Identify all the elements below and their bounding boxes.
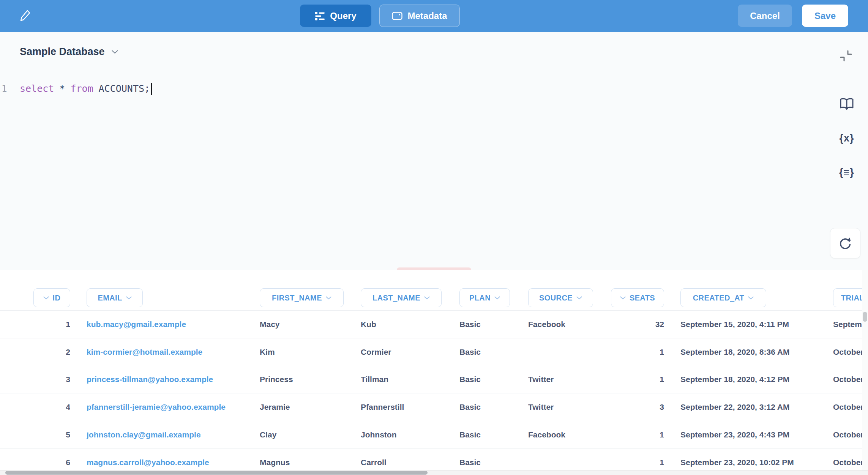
table-cell-first_name: Macy (260, 311, 355, 338)
table-cell-email[interactable]: magnus.carroll@yahoo.example (87, 449, 257, 470)
variable-icon: {x} (839, 132, 854, 144)
table-cell-seats: 1 (592, 449, 664, 470)
table-cell-plan: Basic (459, 338, 522, 366)
editor-divider (0, 78, 868, 78)
table-cell-id: 1 (23, 311, 70, 338)
cancel-button[interactable]: Cancel (738, 5, 792, 27)
snippet-icon: {≡} (839, 167, 854, 178)
column-header-label: LAST_NAME (372, 294, 420, 302)
table-cell-last_name: Tillman (361, 366, 456, 393)
results-table: IDEMAILFIRST_NAMELAST_NAMEPLANSOURCESEAT… (0, 270, 862, 470)
table-cell-created_at: September 22, 2020, 3:12 AM (680, 393, 811, 421)
table-cell-seats: 1 (592, 421, 664, 448)
save-label: Save (814, 11, 836, 21)
column-header-trial[interactable]: TRIAL_E (833, 288, 862, 307)
table-cell-plan: Basic (459, 393, 522, 421)
column-header-label: SEATS (630, 294, 655, 302)
column-header-plan[interactable]: PLAN (459, 288, 510, 307)
chevron-down-icon (43, 296, 49, 300)
save-button[interactable]: Save (802, 5, 848, 27)
table-row: 6magnus.carroll@yahoo.exampleMagnusCarro… (0, 449, 862, 470)
variables-button[interactable]: {x} (838, 130, 856, 146)
text-cursor (151, 83, 152, 95)
table-cell-plan: Basic (459, 366, 522, 393)
chevron-down-icon (112, 50, 118, 54)
table-cell-plan: Basic (459, 421, 522, 448)
table-row: 1kub.macy@gmail.exampleMacyKubBasicFaceb… (0, 311, 862, 338)
column-header-label: FIRST_NAME (272, 294, 322, 302)
column-header-last_name[interactable]: LAST_NAME (361, 288, 442, 307)
table-cell-first_name: Clay (260, 421, 355, 448)
column-header-label: EMAIL (98, 294, 122, 302)
chevron-down-icon (126, 296, 132, 300)
table-cell-id: 6 (23, 449, 70, 470)
table-cell-seats: 1 (592, 366, 664, 393)
line-number: 1 (2, 82, 13, 96)
table-cell-created_at: September 23, 2020, 4:43 PM (680, 421, 811, 448)
column-header-label: ID (53, 294, 61, 302)
table-cell-email[interactable]: kim-cormier@hotmail.example (87, 338, 257, 366)
table-cell-id: 3 (23, 366, 70, 393)
table-cell-first_name: Magnus (260, 449, 355, 470)
column-header-id[interactable]: ID (33, 288, 70, 307)
sql-code-line[interactable]: select * from ACCOUNTS; (20, 82, 152, 96)
chevron-down-icon (326, 296, 331, 300)
table-cell-email[interactable]: johnston.clay@gmail.example (87, 421, 257, 448)
table-cell-trial: October (833, 338, 862, 366)
horizontal-scrollbar[interactable] (5, 471, 428, 475)
table-cell-email[interactable]: pfannerstill-jeramie@yahoo.example (87, 393, 257, 421)
table-cell-created_at: September 18, 2020, 8:36 AM (680, 338, 811, 366)
table-cell-trial: October (833, 449, 862, 470)
list-icon (315, 11, 325, 21)
table-body: 1kub.macy@gmail.exampleMacyKubBasicFaceb… (0, 310, 862, 470)
table-row: 3princess-tillman@yahoo.examplePrincessT… (0, 366, 862, 394)
database-picker[interactable]: Sample Database (20, 46, 118, 58)
table-cell-seats: 3 (592, 393, 664, 421)
table-cell-id: 4 (23, 393, 70, 421)
vertical-scrollbar[interactable] (863, 312, 867, 322)
pencil-icon[interactable] (20, 8, 31, 23)
book-icon (839, 98, 854, 110)
column-header-label: PLAN (469, 294, 491, 302)
sql-star: * (59, 82, 65, 96)
column-header-created_at[interactable]: CREATED_AT (680, 288, 766, 307)
table-cell-id: 5 (23, 421, 70, 448)
table-cell-plan: Basic (459, 311, 522, 338)
vertical-scrollbar-track (862, 270, 868, 470)
chevron-down-icon (620, 296, 626, 300)
column-header-label: CREATED_AT (693, 294, 744, 302)
data-reference-button[interactable] (838, 96, 856, 112)
chevron-down-icon (494, 296, 500, 300)
table-row: 2kim-cormier@hotmail.exampleKimCormierBa… (0, 338, 862, 366)
table-cell-last_name: Pfannerstill (361, 393, 456, 421)
table-row: 5johnston.clay@gmail.exampleClayJohnston… (0, 421, 862, 449)
tab-metadata[interactable]: Metadata (379, 5, 460, 27)
top-bar: Query Metadata Cancel Save (0, 0, 868, 32)
sql-table-name: ACCOUNTS; (99, 82, 150, 96)
column-header-email[interactable]: EMAIL (87, 288, 143, 307)
run-query-button[interactable] (830, 228, 860, 258)
chevron-down-icon (748, 296, 754, 300)
column-header-first_name[interactable]: FIRST_NAME (260, 288, 344, 307)
column-header-seats[interactable]: SEATS (611, 288, 664, 307)
table-cell-trial: October (833, 393, 862, 421)
tab-query-label: Query (330, 11, 356, 21)
tab-query[interactable]: Query (300, 5, 371, 27)
collapse-editor-icon[interactable] (837, 48, 855, 65)
table-cell-email[interactable]: princess-tillman@yahoo.example (87, 366, 257, 393)
tab-metadata-label: Metadata (407, 11, 447, 21)
table-cell-created_at: September 23, 2020, 10:02 PM (680, 449, 811, 470)
refresh-icon (838, 236, 852, 250)
table-cell-seats: 32 (592, 311, 664, 338)
cancel-label: Cancel (750, 11, 780, 21)
table-cell-created_at: September 15, 2020, 4:11 PM (680, 311, 811, 338)
chevron-down-icon (576, 296, 582, 300)
table-cell-email[interactable]: kub.macy@gmail.example (87, 311, 257, 338)
column-header-source[interactable]: SOURCE (528, 288, 593, 307)
table-cell-seats: 1 (592, 338, 664, 366)
column-header-label: SOURCE (539, 294, 573, 302)
table-cell-last_name: Kub (361, 311, 456, 338)
snippets-button[interactable]: {≡} (838, 164, 856, 181)
table-cell-id: 2 (23, 338, 70, 366)
table-cell-trial: October (833, 366, 862, 393)
